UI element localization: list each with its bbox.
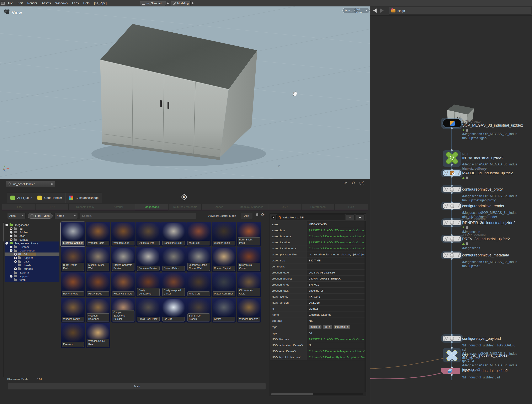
tag-remove-icon[interactable]: x — [347, 325, 348, 328]
asset-tile[interactable]: Sandstone Rock — [161, 222, 186, 246]
tag-chip-3d[interactable]: 3dx — [323, 325, 332, 329]
network-canvas[interactable]: SOP CreateSOP_MEGAS_3d_industrial_ujzfde… — [370, 15, 532, 404]
tree-expander-icon[interactable]: + — [10, 227, 13, 230]
asset-tile[interactable]: Rusty Wrapped Chisel — [161, 272, 186, 297]
menu-assets[interactable]: Assets — [39, 0, 53, 6]
asset-tile[interactable]: Plastic Container — [212, 272, 236, 297]
node-RENDER_3d_industrial_ujzfde2[interactable] — [443, 220, 461, 225]
asset-tile[interactable]: Electrical Cabinet — [61, 222, 85, 246]
tree-item-brush[interactable]: +brush — [5, 264, 59, 267]
meta-value[interactable]: metalx3dxindustrialx — [307, 324, 365, 330]
menu-windows[interactable]: Windows — [53, 0, 70, 6]
write-meta-button[interactable]: {} Write Meta to DB — [276, 215, 345, 220]
asset-tile[interactable]: Firewood — [61, 323, 85, 348]
tree-item-atlas[interactable]: +atlas — [5, 260, 59, 264]
meta-value[interactable]: No — [307, 342, 365, 348]
asset-tile[interactable]: Broken Concrete Barrier — [111, 247, 135, 272]
meta-value[interactable]: 2024-09-03 19:35:16 — [307, 270, 365, 275]
node-SOP_MEGAS_3d_industrial_ujzfde2[interactable] — [443, 119, 461, 127]
scene-viewport[interactable]: 2 View Persp No cam — [0, 6, 370, 179]
pane-path-spinner[interactable] — [51, 183, 53, 185]
meta-horizontal-scrollbar[interactable] — [271, 393, 363, 395]
tree-item-downloaded[interactable]: -Downloaded — [5, 249, 59, 252]
refresh-icon[interactable]: ⟳ — [261, 212, 265, 217]
nav-forward-icon[interactable] — [380, 8, 384, 13]
asset-tile[interactable]: Wooden Cable Reel — [86, 323, 110, 348]
tab-textures-materials[interactable]: Textures / Materials — [168, 204, 202, 210]
tag-remove-icon[interactable]: x — [329, 325, 330, 328]
asset-tile[interactable]: Rusty Sickle — [86, 272, 110, 297]
node-configureprimitive_metadata[interactable] — [443, 252, 461, 258]
tree-expander-icon[interactable]: + — [14, 267, 17, 270]
meta-remove-button[interactable]: − — [356, 215, 365, 220]
meta-value[interactable]: C:/Users/NS/Documents/Megascans Library/… — [307, 246, 365, 251]
tree-expander-icon[interactable]: + — [10, 246, 13, 248]
meta-value[interactable]: 3d — [307, 330, 365, 336]
node-PREV_3d_industrial_ujzfde2[interactable] — [443, 236, 461, 241]
mode-selector-spinner[interactable] — [192, 2, 193, 4]
tree-expander-icon[interactable]: + — [14, 253, 17, 256]
sort-dropdown[interactable]: Name — [54, 213, 78, 219]
nav-back-icon[interactable] — [373, 8, 377, 13]
tree-item-surface[interactable]: +surface — [5, 238, 59, 241]
asset-tile[interactable]: Canyon Sandstone Boulder — [111, 298, 135, 322]
asset-tile[interactable]: Rusty Shears — [61, 272, 85, 297]
meta-value[interactable]: $ASSET_LIB_ADD_5/Downloaded/3d/3d_indust… — [307, 227, 365, 233]
tree-item-3dplant[interactable]: +3dplant — [5, 230, 59, 234]
asset-tile[interactable]: Small Rock Pack — [136, 298, 161, 322]
asset-tile[interactable]: Ice Cliff — [161, 298, 186, 322]
asset-tile[interactable]: Modular Stone Wall — [86, 247, 110, 272]
tag-remove-icon[interactable]: x — [319, 325, 320, 328]
desktop-selector[interactable]: ns_Standart... — [140, 1, 166, 6]
node-ROP_3d_industrial_ujzfde2[interactable] — [441, 368, 460, 374]
tab-shader[interactable]: Shader — [202, 204, 235, 210]
tree-scrollbar[interactable] — [3, 222, 4, 377]
search-input[interactable] — [80, 213, 196, 219]
asset-tile[interactable]: Wooden Table — [86, 222, 110, 246]
asset-tile[interactable]: Wooden Beehive — [237, 298, 261, 322]
tree-expander-icon[interactable]: - — [5, 242, 8, 245]
meta-value[interactable] — [307, 264, 365, 269]
node-configurelayer_payload[interactable] — [443, 336, 461, 341]
desktop-selector-spinner[interactable] — [167, 2, 169, 4]
meta-value[interactable]: C:/Users/NS/Documents/Megascans Library/… — [307, 233, 365, 239]
tree-expander-icon[interactable]: + — [10, 231, 13, 234]
pin-icon[interactable] — [256, 214, 258, 216]
tree-item-atlas[interactable]: +atlas — [5, 234, 59, 238]
tab-hdri[interactable]: HDRI — [35, 204, 69, 210]
meta-value[interactable]: 882.7 MB — [307, 258, 365, 263]
meta-value[interactable]: ns_assethandler_megas_db.json, ujzfde2.j… — [307, 252, 365, 257]
asset-tile[interactable]: Wooden Shelf — [111, 222, 135, 246]
tree-expander-icon[interactable]: + — [10, 235, 13, 237]
tag-chip-industrial[interactable]: industrialx — [334, 325, 350, 329]
menu-help[interactable]: Help — [81, 0, 92, 6]
tree-item-support[interactable]: +support — [5, 274, 59, 278]
menu-file[interactable]: File — [6, 0, 15, 6]
asset-tile[interactable]: Stones Debris — [161, 247, 186, 272]
tree-expander-icon[interactable]: + — [10, 238, 13, 241]
collapse-toggle-icon[interactable] — [271, 215, 275, 219]
mode-selector[interactable]: Modeling — [171, 1, 190, 6]
asset-tile[interactable]: Mud Rock — [186, 222, 211, 246]
tree-expander-icon[interactable]: - — [5, 224, 8, 226]
node-IN_3d_industrial_ujzfde2[interactable] — [445, 151, 458, 164]
asset-tile[interactable]: Mine Cart — [186, 272, 211, 297]
tree-item-3d[interactable]: +3d — [5, 227, 59, 231]
asset-tile[interactable]: Rusty Hand Saw — [111, 272, 135, 297]
node-OUT_3d_industrial_ujzfde2[interactable] — [445, 349, 458, 362]
filter-types-button[interactable]: Filter Types — [28, 213, 53, 219]
menu-edit[interactable]: Edit — [15, 0, 25, 6]
tab-help[interactable]: Help — [335, 204, 368, 210]
tree-item-external[interactable]: +External — [5, 271, 59, 275]
tree-item-3dplant[interactable]: +3dplant — [5, 256, 59, 260]
node-MATLIB_3d_industrial_ujzfde2[interactable]: + — [443, 170, 461, 176]
node-configureprimitive_render[interactable] — [443, 203, 461, 209]
asset-tile[interactable]: Roman Capital — [212, 247, 236, 272]
asset-tile[interactable]: Burnt Tree Branch — [186, 298, 211, 322]
meta-value[interactable]: baseline_sim — [307, 288, 365, 293]
meta-value[interactable]: 240704_GRASS_BREAK — [307, 276, 365, 281]
help-icon[interactable]: ? — [360, 181, 364, 185]
pane-button-substancebridge[interactable]: SubstanceBridge — [65, 193, 102, 203]
sync-icon[interactable]: ⟳ — [343, 181, 347, 185]
meta-value[interactable]: 20.5.338 — [307, 300, 365, 305]
